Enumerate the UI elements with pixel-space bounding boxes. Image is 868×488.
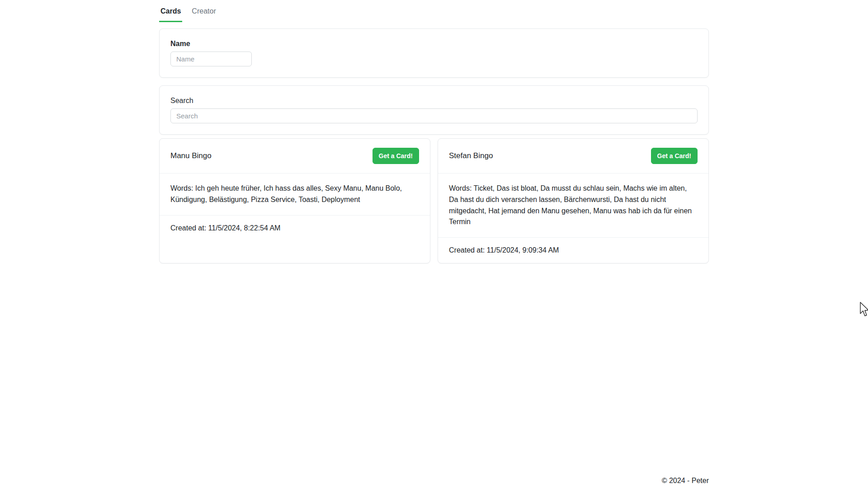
footer: © 2024 - Peter — [662, 477, 709, 485]
bingo-card-manu: Manu Bingo Get a Card! Words: Ich geh he… — [159, 138, 430, 263]
search-input[interactable] — [170, 108, 698, 123]
search-card: Search — [159, 85, 709, 135]
footer-copyright-text: © 2024 - Peter — [662, 477, 709, 484]
get-a-card-button[interactable]: Get a Card! — [651, 148, 698, 164]
bingo-card-created-at: Created at: 11/5/2024, 8:22:54 AM — [160, 215, 430, 241]
tab-cards[interactable]: Cards — [159, 6, 182, 22]
get-a-card-button[interactable]: Get a Card! — [373, 148, 419, 164]
tab-bar: Cards Creator — [159, 6, 709, 22]
search-label: Search — [170, 97, 698, 105]
bingo-card-header: Manu Bingo Get a Card! — [160, 139, 430, 173]
main-container: Cards Creator Name Search Manu Bingo Get… — [159, 0, 709, 263]
bingo-cards-row: Manu Bingo Get a Card! Words: Ich geh he… — [159, 138, 709, 263]
bingo-card-title: Manu Bingo — [170, 151, 212, 160]
search-card-body: Search — [160, 86, 708, 134]
bingo-card-created-at: Created at: 11/5/2024, 9:09:34 AM — [438, 237, 708, 263]
bingo-card-words: Words: Ticket, Das ist bloat, Da musst d… — [438, 173, 708, 237]
bingo-card-title: Stefan Bingo — [449, 151, 493, 160]
bingo-card-stefan: Stefan Bingo Get a Card! Words: Ticket, … — [438, 138, 709, 263]
tab-creator[interactable]: Creator — [190, 6, 217, 22]
name-label: Name — [170, 40, 698, 48]
mouse-cursor-icon — [859, 302, 868, 319]
name-card-body: Name — [160, 29, 708, 77]
name-card: Name — [159, 28, 709, 78]
name-input[interactable] — [170, 52, 252, 66]
bingo-card-header: Stefan Bingo Get a Card! — [438, 139, 708, 173]
bingo-card-words: Words: Ich geh heute früher, Ich hass da… — [160, 173, 430, 215]
